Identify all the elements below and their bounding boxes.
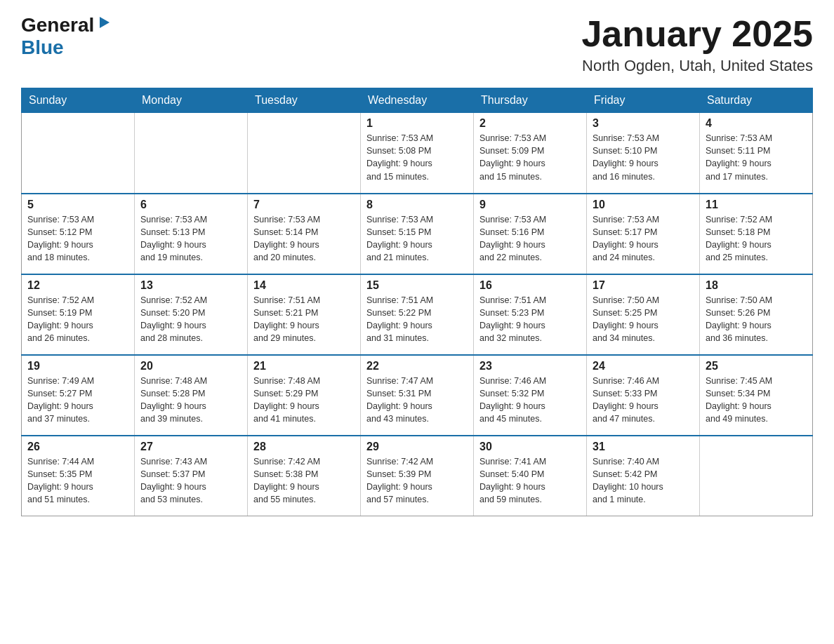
calendar-cell: 10Sunrise: 7:53 AMSunset: 5:17 PMDayligh… (587, 194, 700, 274)
calendar-cell: 18Sunrise: 7:50 AMSunset: 5:26 PMDayligh… (700, 274, 813, 355)
day-number: 12 (27, 279, 128, 292)
calendar-subtitle: North Ogden, Utah, United States (581, 57, 813, 75)
page-header: General Blue January 2025 North Ogden, U… (21, 14, 813, 75)
calendar-week-row: 12Sunrise: 7:52 AMSunset: 5:19 PMDayligh… (22, 274, 813, 355)
logo-arrow-icon (97, 15, 112, 30)
calendar-cell: 8Sunrise: 7:53 AMSunset: 5:15 PMDaylight… (361, 194, 474, 274)
calendar-cell: 26Sunrise: 7:44 AMSunset: 5:35 PMDayligh… (22, 436, 135, 516)
calendar-cell: 2Sunrise: 7:53 AMSunset: 5:09 PMDaylight… (474, 113, 587, 194)
day-info: Sunrise: 7:52 AMSunset: 5:20 PMDaylight:… (140, 294, 241, 345)
calendar-cell: 24Sunrise: 7:46 AMSunset: 5:33 PMDayligh… (587, 355, 700, 436)
calendar-cell: 1Sunrise: 7:53 AMSunset: 5:08 PMDaylight… (361, 113, 474, 194)
calendar-cell: 27Sunrise: 7:43 AMSunset: 5:37 PMDayligh… (135, 436, 248, 516)
calendar-cell: 6Sunrise: 7:53 AMSunset: 5:13 PMDaylight… (135, 194, 248, 274)
calendar-cell: 11Sunrise: 7:52 AMSunset: 5:18 PMDayligh… (700, 194, 813, 274)
calendar-cell: 30Sunrise: 7:41 AMSunset: 5:40 PMDayligh… (474, 436, 587, 516)
day-info: Sunrise: 7:53 AMSunset: 5:10 PMDaylight:… (593, 132, 694, 183)
day-number: 1 (366, 117, 468, 130)
calendar-cell (248, 113, 361, 194)
calendar-week-row: 1Sunrise: 7:53 AMSunset: 5:08 PMDaylight… (22, 113, 813, 194)
logo-general: General (21, 14, 94, 36)
day-info: Sunrise: 7:51 AMSunset: 5:22 PMDaylight:… (366, 294, 468, 345)
day-number: 14 (253, 279, 355, 292)
day-info: Sunrise: 7:48 AMSunset: 5:28 PMDaylight:… (140, 375, 241, 426)
day-number: 7 (253, 199, 355, 211)
day-number: 29 (366, 441, 468, 453)
day-number: 6 (140, 199, 241, 211)
day-number: 4 (706, 117, 807, 130)
day-number: 27 (140, 441, 241, 453)
calendar-cell: 4Sunrise: 7:53 AMSunset: 5:11 PMDaylight… (700, 113, 813, 194)
day-info: Sunrise: 7:45 AMSunset: 5:34 PMDaylight:… (706, 375, 807, 426)
day-info: Sunrise: 7:53 AMSunset: 5:15 PMDaylight:… (366, 213, 468, 264)
day-number: 17 (593, 279, 694, 292)
calendar-cell: 25Sunrise: 7:45 AMSunset: 5:34 PMDayligh… (700, 355, 813, 436)
day-header-thursday: Thursday (474, 88, 587, 113)
day-info: Sunrise: 7:48 AMSunset: 5:29 PMDaylight:… (253, 375, 355, 426)
day-number: 20 (140, 360, 241, 373)
day-number: 21 (253, 360, 355, 373)
day-number: 28 (253, 441, 355, 453)
day-header-sunday: Sunday (22, 88, 135, 113)
svg-marker-0 (100, 17, 110, 28)
day-header-friday: Friday (587, 88, 700, 113)
calendar-table: SundayMondayTuesdayWednesdayThursdayFrid… (21, 88, 813, 516)
day-number: 11 (706, 199, 807, 211)
day-header-tuesday: Tuesday (248, 88, 361, 113)
day-info: Sunrise: 7:53 AMSunset: 5:16 PMDaylight:… (479, 213, 581, 264)
day-info: Sunrise: 7:40 AMSunset: 5:42 PMDaylight:… (593, 455, 694, 507)
calendar-cell: 15Sunrise: 7:51 AMSunset: 5:22 PMDayligh… (361, 274, 474, 355)
day-info: Sunrise: 7:46 AMSunset: 5:33 PMDaylight:… (593, 375, 694, 426)
calendar-header-row: SundayMondayTuesdayWednesdayThursdayFrid… (22, 88, 813, 113)
logo: General Blue (21, 14, 112, 59)
calendar-cell: 5Sunrise: 7:53 AMSunset: 5:12 PMDaylight… (22, 194, 135, 274)
calendar-cell: 20Sunrise: 7:48 AMSunset: 5:28 PMDayligh… (135, 355, 248, 436)
day-info: Sunrise: 7:49 AMSunset: 5:27 PMDaylight:… (27, 375, 128, 426)
calendar-cell: 14Sunrise: 7:51 AMSunset: 5:21 PMDayligh… (248, 274, 361, 355)
day-info: Sunrise: 7:53 AMSunset: 5:12 PMDaylight:… (27, 213, 128, 264)
day-number: 10 (593, 199, 694, 211)
calendar-week-row: 5Sunrise: 7:53 AMSunset: 5:12 PMDaylight… (22, 194, 813, 274)
day-info: Sunrise: 7:53 AMSunset: 5:17 PMDaylight:… (593, 213, 694, 264)
day-number: 16 (479, 279, 581, 292)
day-info: Sunrise: 7:42 AMSunset: 5:38 PMDaylight:… (253, 455, 355, 507)
day-info: Sunrise: 7:42 AMSunset: 5:39 PMDaylight:… (366, 455, 468, 507)
calendar-cell: 17Sunrise: 7:50 AMSunset: 5:25 PMDayligh… (587, 274, 700, 355)
calendar-cell: 13Sunrise: 7:52 AMSunset: 5:20 PMDayligh… (135, 274, 248, 355)
calendar-cell: 31Sunrise: 7:40 AMSunset: 5:42 PMDayligh… (587, 436, 700, 516)
day-header-saturday: Saturday (700, 88, 813, 113)
day-info: Sunrise: 7:51 AMSunset: 5:21 PMDaylight:… (253, 294, 355, 345)
calendar-week-row: 26Sunrise: 7:44 AMSunset: 5:35 PMDayligh… (22, 436, 813, 516)
calendar-cell (22, 113, 135, 194)
calendar-cell: 28Sunrise: 7:42 AMSunset: 5:38 PMDayligh… (248, 436, 361, 516)
day-info: Sunrise: 7:47 AMSunset: 5:31 PMDaylight:… (366, 375, 468, 426)
day-number: 22 (366, 360, 468, 373)
day-number: 5 (27, 199, 128, 211)
day-header-wednesday: Wednesday (361, 88, 474, 113)
day-number: 26 (27, 441, 128, 453)
day-number: 3 (593, 117, 694, 130)
day-info: Sunrise: 7:50 AMSunset: 5:26 PMDaylight:… (706, 294, 807, 345)
day-info: Sunrise: 7:52 AMSunset: 5:19 PMDaylight:… (27, 294, 128, 345)
day-info: Sunrise: 7:53 AMSunset: 5:14 PMDaylight:… (253, 213, 355, 264)
calendar-cell: 16Sunrise: 7:51 AMSunset: 5:23 PMDayligh… (474, 274, 587, 355)
calendar-cell: 29Sunrise: 7:42 AMSunset: 5:39 PMDayligh… (361, 436, 474, 516)
day-number: 13 (140, 279, 241, 292)
day-info: Sunrise: 7:51 AMSunset: 5:23 PMDaylight:… (479, 294, 581, 345)
day-info: Sunrise: 7:41 AMSunset: 5:40 PMDaylight:… (479, 455, 581, 507)
day-number: 15 (366, 279, 468, 292)
day-info: Sunrise: 7:53 AMSunset: 5:13 PMDaylight:… (140, 213, 241, 264)
calendar-cell: 19Sunrise: 7:49 AMSunset: 5:27 PMDayligh… (22, 355, 135, 436)
day-number: 19 (27, 360, 128, 373)
calendar-cell: 12Sunrise: 7:52 AMSunset: 5:19 PMDayligh… (22, 274, 135, 355)
calendar-title: January 2025 (581, 14, 813, 54)
calendar-week-row: 19Sunrise: 7:49 AMSunset: 5:27 PMDayligh… (22, 355, 813, 436)
day-info: Sunrise: 7:52 AMSunset: 5:18 PMDaylight:… (706, 213, 807, 264)
day-number: 31 (593, 441, 694, 453)
calendar-cell: 22Sunrise: 7:47 AMSunset: 5:31 PMDayligh… (361, 355, 474, 436)
day-info: Sunrise: 7:43 AMSunset: 5:37 PMDaylight:… (140, 455, 241, 507)
day-number: 23 (479, 360, 581, 373)
logo-blue: Blue (21, 36, 64, 58)
day-info: Sunrise: 7:46 AMSunset: 5:32 PMDaylight:… (479, 375, 581, 426)
day-header-monday: Monday (135, 88, 248, 113)
